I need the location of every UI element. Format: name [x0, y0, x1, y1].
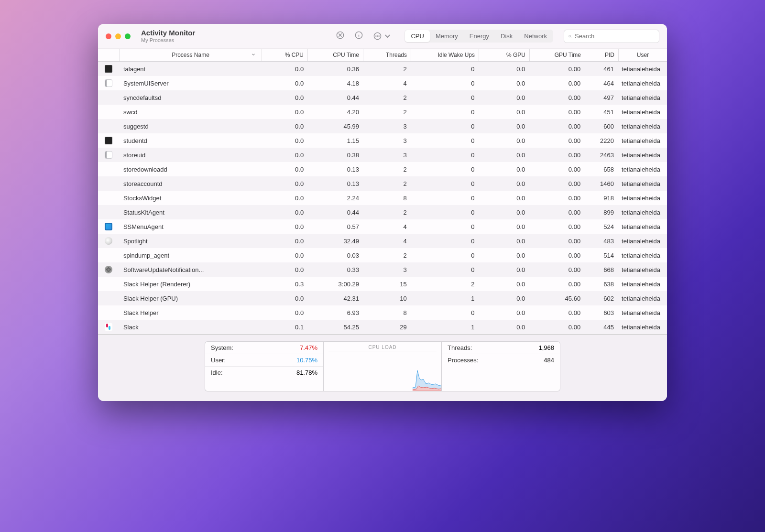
gpu-cell: 0.0: [479, 80, 529, 87]
cpu-load-sparkline: [324, 351, 441, 391]
threads-cell: 2: [363, 166, 411, 173]
user-cell: tetianaleheida: [618, 109, 667, 116]
tab-network[interactable]: Network: [518, 30, 553, 42]
gpu-cell: 0.0: [479, 266, 529, 273]
user-cell: tetianaleheida: [618, 324, 667, 331]
table-row[interactable]: SSMenuAgent0.00.57400.00.00524tetianaleh…: [98, 219, 667, 234]
col-cpu-time[interactable]: CPU Time: [308, 49, 363, 61]
table-row[interactable]: Slack Helper0.06.93800.00.00603tetianale…: [98, 305, 667, 320]
col-pid[interactable]: PID: [585, 49, 619, 61]
pid-cell: 658: [584, 166, 618, 173]
wakeups-cell: 0: [411, 137, 479, 144]
process-icon-cell: [98, 151, 120, 159]
cpu-cell: 0.0: [262, 80, 307, 87]
user-cell: tetianaleheida: [618, 195, 667, 202]
tab-energy[interactable]: Energy: [464, 30, 495, 42]
svg-point-3: [376, 36, 376, 36]
gpu-cell: 0.0: [479, 238, 529, 245]
table-row[interactable]: Spotlight0.032.49400.00.00483tetianalehe…: [98, 234, 667, 248]
table-row[interactable]: SystemUIServer0.04.18400.00.00464tetiana…: [98, 76, 667, 90]
stat-user: User: 10.75%: [205, 354, 323, 367]
table-row[interactable]: StocksWidget0.02.24800.00.00918tetianale…: [98, 191, 667, 205]
table-row[interactable]: Slack Helper (Renderer)0.33:00.291520.00…: [98, 277, 667, 291]
pid-cell: 668: [584, 266, 618, 273]
stop-process-icon[interactable]: [336, 31, 345, 42]
cpu-load-chart-panel: CPU LOAD: [323, 341, 442, 391]
cpu-time-cell: 0.44: [307, 209, 363, 216]
table-row[interactable]: Slack0.154.252910.00.00445tetianaleheida: [98, 320, 667, 334]
process-icon-cell: [98, 266, 120, 273]
process-name-cell: talagent: [120, 65, 262, 73]
threads-cell: 2: [363, 109, 411, 116]
wakeups-cell: 1: [411, 324, 479, 331]
gpu-cell: 0.0: [479, 109, 529, 116]
table-row[interactable]: spindump_agent0.00.03200.00.00514tetiana…: [98, 248, 667, 262]
col-idle-wakeups[interactable]: Idle Wake Ups: [411, 49, 479, 61]
cpu-load-label: CPU LOAD: [328, 342, 437, 351]
search-field[interactable]: [564, 30, 659, 43]
tab-cpu[interactable]: CPU: [405, 30, 429, 42]
table-row[interactable]: Slack Helper (GPU)0.042.311010.045.60602…: [98, 291, 667, 305]
gpu-cell: 0.0: [479, 152, 529, 159]
col-user[interactable]: User: [619, 49, 667, 61]
stat-threads: Threads: 1,968: [442, 342, 560, 354]
more-options-icon[interactable]: [373, 32, 392, 41]
table-row[interactable]: suggestd0.045.99300.00.00600tetianalehei…: [98, 119, 667, 133]
gpu-cell: 0.0: [479, 281, 529, 288]
process-name-cell: SSMenuAgent: [120, 223, 262, 230]
threads-cell: 3: [363, 266, 411, 273]
threads-cell: 2: [363, 65, 411, 73]
titlebar: Activity Monitor My Processes CPUMemoryE…: [98, 24, 667, 49]
cpu-summary-panel: System: 7.47% User: 10.75% Idle: 81.78%: [205, 341, 323, 391]
gpu-cell: 0.0: [479, 209, 529, 216]
col-icon[interactable]: [98, 49, 120, 61]
pid-cell: 638: [584, 281, 618, 288]
close-button[interactable]: [106, 33, 111, 39]
table-row[interactable]: SoftwareUpdateNotification...0.00.33300.…: [98, 262, 667, 277]
threads-cell: 4: [363, 223, 411, 230]
col-threads[interactable]: Threads: [363, 49, 411, 61]
gpu-time-cell: 45.60: [529, 295, 584, 302]
cpu-time-cell: 6.93: [307, 309, 363, 316]
col-process-name[interactable]: Process Name: [120, 49, 262, 61]
cpu-cell: 0.0: [262, 209, 307, 216]
table-row[interactable]: studentd0.01.15300.00.002220tetianalehei…: [98, 133, 667, 148]
svg-point-4: [377, 36, 378, 36]
svg-point-6: [569, 35, 571, 37]
pid-cell: 483: [584, 238, 618, 245]
wakeups-cell: 0: [411, 166, 479, 173]
table-row[interactable]: syncdefaultsd0.00.44200.00.00497tetianal…: [98, 90, 667, 105]
cpu-time-cell: 0.36: [307, 65, 363, 73]
cpu-time-cell: 0.44: [307, 94, 363, 101]
minimize-button[interactable]: [115, 33, 121, 39]
user-cell: tetianaleheida: [618, 295, 667, 302]
table-row[interactable]: storeuid0.00.38300.00.002463tetianalehei…: [98, 148, 667, 162]
tab-disk[interactable]: Disk: [495, 30, 518, 42]
table-row[interactable]: storeaccountd0.00.13200.00.001460tetiana…: [98, 176, 667, 191]
tab-bar: CPUMemoryEnergyDiskNetwork: [404, 30, 553, 43]
info-icon[interactable]: [354, 31, 363, 42]
col-gpu[interactable]: % GPU: [479, 49, 530, 61]
col-gpu-time[interactable]: GPU Time: [530, 49, 585, 61]
tab-memory[interactable]: Memory: [430, 30, 464, 42]
table-row[interactable]: swcd0.04.20200.00.00451tetianaleheida: [98, 105, 667, 119]
user-cell: tetianaleheida: [618, 137, 667, 144]
spotlight-icon: [105, 237, 112, 245]
table-row[interactable]: talagent0.00.36200.00.00461tetianaleheid…: [98, 62, 667, 76]
gpu-cell: 0.0: [479, 195, 529, 202]
cpu-time-cell: 3:00.29: [307, 281, 363, 288]
wakeups-cell: 0: [411, 180, 479, 187]
gpu-time-cell: 0.00: [529, 309, 584, 316]
gpu-cell: 0.0: [479, 252, 529, 259]
search-input[interactable]: [575, 33, 655, 40]
table-row[interactable]: storedownloadd0.00.13200.00.00658tetiana…: [98, 162, 667, 176]
maximize-button[interactable]: [125, 33, 131, 39]
threads-cell: 3: [363, 137, 411, 144]
table-row[interactable]: StatusKitAgent0.00.44200.00.00899tetiana…: [98, 205, 667, 219]
cpu-time-cell: 4.20: [307, 109, 363, 116]
col-cpu[interactable]: % CPU: [262, 49, 308, 61]
pid-cell: 899: [584, 209, 618, 216]
pid-cell: 2220: [584, 137, 618, 144]
process-name-cell: Slack Helper (GPU): [120, 295, 262, 302]
ssmenu-icon: [105, 223, 112, 230]
